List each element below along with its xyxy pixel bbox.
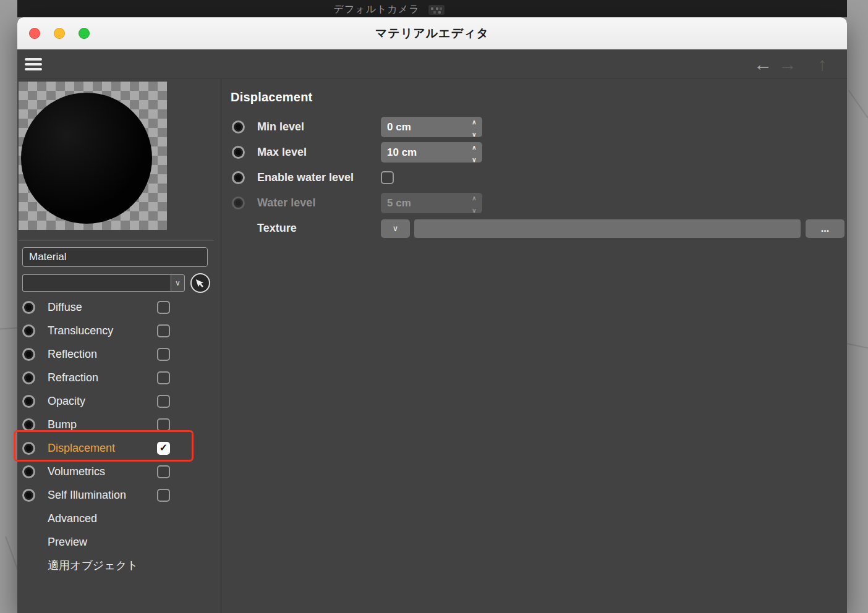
water-level-radio[interactable] — [232, 197, 245, 209]
max-level-stepper[interactable]: 10 cm — [381, 142, 482, 163]
water-level-label: Water level — [257, 197, 315, 209]
channel-checkbox[interactable] — [157, 324, 170, 337]
channel-label: Volumetrics — [48, 465, 105, 478]
nav-arrows: ← → ↑ — [751, 55, 835, 74]
search-input[interactable] — [22, 274, 171, 292]
zoom-button[interactable] — [79, 28, 90, 39]
channel-radio[interactable] — [22, 395, 35, 408]
channel-label: Translucency — [48, 324, 113, 337]
channel-radio[interactable] — [22, 348, 35, 361]
channel-radio[interactable] — [22, 301, 35, 314]
close-button[interactable] — [29, 28, 40, 39]
sidebar-item-preview[interactable]: Preview — [17, 530, 221, 554]
property-rows: Min level 0 cm Max level — [231, 114, 847, 241]
channel-checkbox[interactable] — [157, 442, 170, 455]
channel-checkbox[interactable] — [157, 465, 170, 478]
max-level-value: 10 cm — [387, 146, 417, 159]
channel-row-opacity[interactable]: Opacity — [17, 389, 221, 413]
channel-label: Diffuse — [48, 301, 82, 314]
chevron-down-icon[interactable]: ∨ — [171, 274, 185, 292]
enable-water-level-checkbox[interactable] — [381, 171, 394, 184]
texture-dropdown-button[interactable]: ∨ — [381, 219, 410, 238]
displacement-settings-panel: Displacement Min level 0 cm — [221, 79, 847, 613]
channel-row-bump[interactable]: Bump — [17, 413, 221, 436]
channel-radio[interactable] — [22, 324, 35, 337]
viewport-topbar: デフォルトカメラ — [17, 0, 847, 17]
channel-list: Diffuse Translucency Reflection Refracti… — [17, 295, 221, 577]
traffic-lights — [29, 17, 90, 49]
channel-row-self-illumination[interactable]: Self Illumination — [17, 483, 221, 507]
chevron-down-icon: ∨ — [393, 224, 399, 233]
stepper-arrows-icon[interactable] — [469, 142, 479, 163]
channel-row-volumetrics[interactable]: Volumetrics — [17, 460, 221, 483]
cursor-arrow-icon — [194, 276, 207, 290]
channel-label: Bump — [48, 418, 77, 431]
up-arrow-icon[interactable]: ↑ — [810, 55, 835, 74]
enable-water-level-row: Enable water level — [231, 165, 847, 190]
channel-checkbox[interactable] — [157, 395, 170, 408]
texture-row: Texture ∨ ... — [231, 216, 847, 241]
water-level-row: Water level 5 cm — [231, 190, 847, 216]
pick-material-button[interactable] — [190, 273, 210, 293]
camera-icon — [428, 5, 445, 15]
texture-browse-button[interactable]: ... — [806, 219, 845, 238]
min-level-value: 0 cm — [387, 121, 411, 133]
channel-row-refraction[interactable]: Refraction — [17, 366, 221, 389]
texture-path-field[interactable] — [414, 219, 801, 238]
channel-label: Reflection — [48, 348, 97, 361]
sidebar-item-advanced[interactable]: Advanced — [17, 507, 221, 530]
min-level-radio[interactable] — [232, 120, 245, 133]
back-arrow-icon[interactable]: ← — [751, 55, 775, 74]
min-level-stepper[interactable]: 0 cm — [381, 117, 482, 137]
left-panel: ∨ Diffuse Translucency — [17, 79, 221, 613]
enable-water-level-label: Enable water level — [257, 171, 354, 184]
max-level-row: Max level 10 cm — [231, 140, 847, 165]
sidebar-item-assigned-objects[interactable]: 適用オブジェクト — [17, 554, 221, 577]
channel-label: Self Illumination — [48, 489, 126, 502]
enable-water-level-radio[interactable] — [232, 171, 245, 184]
channel-radio[interactable] — [22, 418, 35, 431]
window-title: マテリアルエディタ — [375, 25, 489, 41]
channel-checkbox[interactable] — [157, 418, 170, 431]
material-editor-window: マテリアルエディタ ← → ↑ ∨ — [17, 17, 847, 613]
min-level-label: Min level — [257, 120, 304, 133]
material-preview — [19, 82, 167, 230]
channel-radio[interactable] — [22, 371, 35, 384]
divider — [19, 240, 214, 240]
section-label: Advanced — [48, 512, 97, 525]
stepper-arrows-icon — [469, 193, 479, 213]
channel-label: Refraction — [48, 371, 98, 384]
water-level-stepper[interactable]: 5 cm — [381, 193, 482, 213]
forward-arrow-icon[interactable]: → — [775, 55, 800, 74]
channel-radio[interactable] — [22, 442, 35, 455]
max-level-radio[interactable] — [232, 146, 245, 159]
channel-checkbox[interactable] — [157, 489, 170, 502]
channel-checkbox[interactable] — [157, 301, 170, 314]
channel-row-translucency[interactable]: Translucency — [17, 319, 221, 342]
channel-row-reflection[interactable]: Reflection — [17, 342, 221, 366]
titlebar: マテリアルエディタ — [17, 17, 847, 49]
page-title: Displacement — [231, 90, 847, 104]
search-row: ∨ — [22, 273, 221, 293]
water-level-value: 5 cm — [387, 197, 411, 209]
max-level-label: Max level — [257, 146, 307, 159]
viewport-camera-label: デフォルトカメラ — [334, 3, 420, 16]
min-level-row: Min level 0 cm — [231, 114, 847, 140]
channel-row-diffuse[interactable]: Diffuse — [17, 295, 221, 319]
channel-label: Opacity — [48, 395, 85, 408]
preview-sphere — [21, 93, 152, 224]
channel-checkbox[interactable] — [157, 371, 170, 384]
material-name-input[interactable] — [22, 247, 208, 267]
channel-label: Displacement — [48, 442, 115, 455]
channel-radio[interactable] — [22, 465, 35, 478]
menu-icon[interactable] — [25, 56, 43, 73]
channel-row-displacement[interactable]: Displacement — [17, 436, 221, 460]
stepper-arrows-icon[interactable] — [469, 117, 479, 137]
window-content: ∨ Diffuse Translucency — [17, 79, 847, 613]
toolbar: ← → ↑ — [17, 49, 847, 79]
channel-radio[interactable] — [22, 489, 35, 502]
texture-label: Texture — [257, 222, 297, 235]
minimize-button[interactable] — [54, 28, 65, 39]
viewport-grid-line — [848, 90, 868, 121]
channel-checkbox[interactable] — [157, 348, 170, 361]
